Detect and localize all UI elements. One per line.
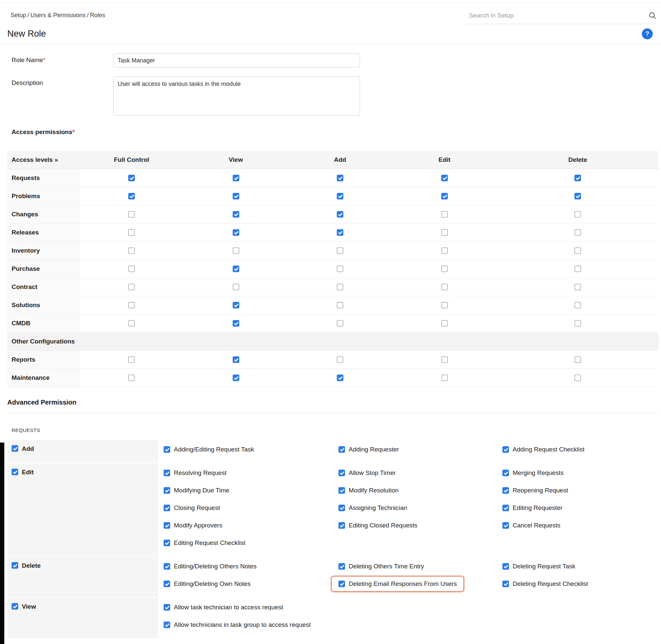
changes-full-control-checkbox[interactable] <box>128 211 135 217</box>
maintenance-full-control-checkbox[interactable] <box>128 374 135 381</box>
permission-item-editing-request-checklist: Editing Request Checklist <box>163 539 246 547</box>
requests-view-checkbox[interactable] <box>233 175 239 181</box>
requests-add-checkbox[interactable] <box>337 175 344 181</box>
problems-add-checkbox[interactable] <box>337 193 344 200</box>
deleting-request-task-checkbox[interactable] <box>502 563 509 570</box>
changes-delete-checkbox[interactable] <box>574 211 581 217</box>
reports-edit-checkbox[interactable] <box>441 356 448 363</box>
table-row-inventory: Inventory <box>7 242 659 260</box>
problems-full-control-checkbox[interactable] <box>128 193 135 200</box>
breadcrumb-users-permissions[interactable]: Users & Permissions <box>30 12 86 19</box>
purchase-edit-checkbox[interactable] <box>441 266 448 272</box>
allow-stop-timer-checkbox[interactable] <box>338 469 345 476</box>
requests-full-control-checkbox[interactable] <box>128 175 135 181</box>
search-input[interactable] <box>465 12 648 20</box>
requests-delete-checkbox[interactable] <box>574 175 581 181</box>
maintenance-view-checkbox[interactable] <box>233 374 239 381</box>
problems-edit-checkbox[interactable] <box>441 193 448 200</box>
editing-closed-requests-checkbox[interactable] <box>338 522 345 529</box>
breadcrumb-roles[interactable]: Roles <box>90 12 105 19</box>
releases-full-control-checkbox[interactable] <box>128 229 135 236</box>
solutions-delete-checkbox[interactable] <box>574 302 581 308</box>
solutions-edit-checkbox[interactable] <box>441 302 448 308</box>
modifying-due-time-checkbox[interactable] <box>163 487 170 494</box>
cmdb-full-control-checkbox[interactable] <box>128 320 135 327</box>
reports-full-control-checkbox[interactable] <box>128 356 135 363</box>
purchase-view-checkbox[interactable] <box>233 266 239 272</box>
delete-group-checkbox[interactable] <box>12 562 18 569</box>
reports-add-checkbox[interactable] <box>337 356 344 363</box>
role-name-input[interactable] <box>113 53 360 67</box>
permission-group-delete: DeleteEditing/Deleting Others NotesDelet… <box>7 557 659 597</box>
editing-deleting-others-notes-checkbox[interactable] <box>163 563 170 570</box>
maintenance-delete-checkbox[interactable] <box>574 374 581 381</box>
inventory-full-control-checkbox[interactable] <box>128 247 135 254</box>
contract-view-checkbox[interactable] <box>233 284 239 290</box>
search-icon[interactable] <box>648 11 657 20</box>
cancel-requests-checkbox[interactable] <box>502 522 509 529</box>
solutions-view-checkbox[interactable] <box>233 302 239 308</box>
releases-edit-checkbox[interactable] <box>441 229 448 236</box>
solutions-full-control-checkbox[interactable] <box>128 302 135 308</box>
purchase-full-control-checkbox[interactable] <box>128 266 135 272</box>
permission-item-label: Adding/Editing Request Task <box>174 446 254 453</box>
group-items-cell: Modify Approvers <box>163 516 338 534</box>
inventory-delete-checkbox[interactable] <box>574 247 581 254</box>
contract-full-control-checkbox[interactable] <box>128 284 135 290</box>
edit-group-checkbox[interactable] <box>12 469 18 475</box>
contract-add-checkbox[interactable] <box>337 284 344 290</box>
inventory-view-checkbox[interactable] <box>233 247 239 254</box>
purchase-add-checkbox[interactable] <box>337 266 344 272</box>
inventory-edit-checkbox[interactable] <box>441 247 448 254</box>
changes-add-checkbox[interactable] <box>337 211 344 217</box>
breadcrumb-setup[interactable]: Setup <box>10 12 26 19</box>
cmdb-view-checkbox[interactable] <box>233 320 239 327</box>
allow-task-technician-to-access-request-checkbox[interactable] <box>163 604 170 611</box>
releases-add-checkbox[interactable] <box>337 229 344 236</box>
contract-edit-checkbox[interactable] <box>441 284 448 290</box>
editing-deleting-own-notes-checkbox[interactable] <box>163 581 170 587</box>
description-textarea[interactable]: User will access to various tasks in the… <box>113 76 360 116</box>
reports-view-checkbox[interactable] <box>233 356 239 363</box>
maintenance-add-checkbox[interactable] <box>337 374 344 381</box>
solutions-add-checkbox[interactable] <box>337 302 344 308</box>
cell-cmdb-full-control <box>79 320 184 327</box>
cmdb-edit-checkbox[interactable] <box>441 320 448 327</box>
group-items-cell: Adding Request Checklist <box>502 441 659 458</box>
closing-request-checkbox[interactable] <box>163 505 170 511</box>
adding-request-checklist-checkbox[interactable] <box>502 446 509 453</box>
deleting-email-responses-from-users-checkbox[interactable] <box>338 581 345 587</box>
table-section-label: Other Configurations <box>7 332 659 350</box>
deleting-others-time-entry-checkbox[interactable] <box>338 563 345 570</box>
deleting-request-checklist-checkbox[interactable] <box>502 581 509 587</box>
merging-requests-checkbox[interactable] <box>502 469 509 476</box>
releases-view-checkbox[interactable] <box>233 229 239 236</box>
assigning-technician-checkbox[interactable] <box>338 505 345 511</box>
help-button[interactable]: ? <box>642 28 653 39</box>
editing-requester-checkbox[interactable] <box>502 505 509 511</box>
maintenance-edit-checkbox[interactable] <box>441 374 448 381</box>
modify-resolution-checkbox[interactable] <box>338 487 345 494</box>
allow-technicians-in-task-group-to-access-request-checkbox[interactable] <box>163 622 170 628</box>
contract-delete-checkbox[interactable] <box>574 284 581 290</box>
resolving-request-checkbox[interactable] <box>163 469 170 476</box>
requests-edit-checkbox[interactable] <box>441 175 448 181</box>
access-table-rows: RequestsProblemsChangesReleasesInventory… <box>7 169 659 387</box>
reports-delete-checkbox[interactable] <box>574 356 581 363</box>
modify-approvers-checkbox[interactable] <box>163 522 170 529</box>
purchase-delete-checkbox[interactable] <box>574 266 581 272</box>
reopening-request-checkbox[interactable] <box>502 487 509 494</box>
add-group-checkbox[interactable] <box>12 445 18 452</box>
cmdb-add-checkbox[interactable] <box>337 320 344 327</box>
releases-delete-checkbox[interactable] <box>574 229 581 236</box>
cmdb-delete-checkbox[interactable] <box>574 320 581 327</box>
view-group-checkbox[interactable] <box>12 603 18 610</box>
problems-view-checkbox[interactable] <box>233 193 239 200</box>
adding-editing-request-task-checkbox[interactable] <box>163 446 170 453</box>
editing-request-checklist-checkbox[interactable] <box>163 539 170 546</box>
changes-view-checkbox[interactable] <box>233 211 239 217</box>
inventory-add-checkbox[interactable] <box>337 247 344 254</box>
problems-delete-checkbox[interactable] <box>574 193 581 200</box>
adding-requester-checkbox[interactable] <box>338 446 345 453</box>
changes-edit-checkbox[interactable] <box>441 211 448 217</box>
